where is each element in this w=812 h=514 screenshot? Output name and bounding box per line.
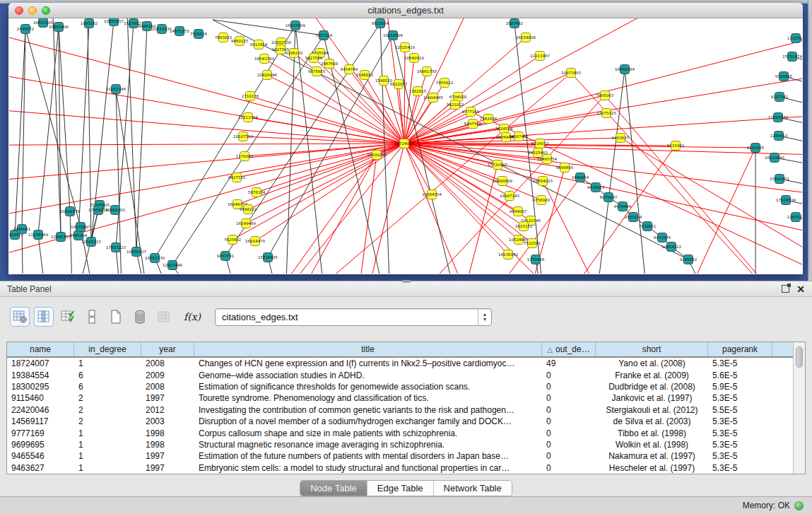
table-cell-year[interactable]: 2008 bbox=[141, 358, 194, 368]
table-row[interactable]: 1938455462009Genome–wide association stu… bbox=[7, 369, 793, 380]
table-cell-title[interactable]: Disruption of a novel member of a sodium… bbox=[194, 416, 542, 426]
table-cell-name[interactable]: 9777169 bbox=[7, 428, 74, 438]
panel-splitter-handle[interactable] bbox=[402, 280, 411, 283]
close-panel-icon[interactable]: ✕ bbox=[796, 284, 805, 294]
network-view-window[interactable]: citations_edges.txt 18724007183002952405… bbox=[8, 3, 803, 274]
network-window-titlebar[interactable]: citations_edges.txt bbox=[8, 3, 803, 18]
table-cell-short[interactable]: Yano et al. (2008) bbox=[596, 358, 708, 368]
row-height-button[interactable] bbox=[82, 307, 102, 327]
table-cell-short[interactable]: Jankovic et al. (1997) bbox=[596, 393, 708, 403]
table-row[interactable]: 1872400712008Changes of HCN gene express… bbox=[7, 358, 793, 369]
table-cell-title[interactable]: Tourette syndrome. Phenomenology and cla… bbox=[194, 393, 542, 403]
delete-column-button[interactable] bbox=[130, 307, 150, 327]
table-cell-short[interactable]: Stergiakouli et al. (2012) bbox=[596, 405, 708, 415]
function-builder-button[interactable]: f(x) bbox=[184, 311, 201, 322]
table-cell-in_degree[interactable]: 1 bbox=[74, 451, 141, 461]
table-cell-short[interactable]: Dudbridge et al. (2008) bbox=[596, 382, 708, 392]
table-cell-name[interactable]: 9115460 bbox=[7, 393, 74, 403]
table-cell-short[interactable]: Franke et al. (2009) bbox=[596, 370, 708, 380]
table-cell-title[interactable]: Embryonic stem cells: a model to study s… bbox=[194, 463, 542, 473]
table-cell-title[interactable]: Structural magnetic resonance image aver… bbox=[194, 440, 542, 450]
table-cell-pagerank[interactable]: 5.9E-5 bbox=[708, 382, 772, 392]
table-cell-title[interactable]: Estimation of the future numbers of pati… bbox=[194, 451, 542, 461]
table-cell-in_degree[interactable]: 6 bbox=[74, 370, 141, 380]
table-cell-year[interactable]: 1998 bbox=[141, 428, 194, 438]
table-cell-in_degree[interactable]: 6 bbox=[74, 382, 141, 392]
table-row[interactable]: 969969511998Structural magnetic resonanc… bbox=[7, 439, 793, 450]
table-cell-pagerank[interactable]: 5.3E-5 bbox=[708, 358, 772, 368]
table-row[interactable]: 1456911722003Disruption of a novel membe… bbox=[7, 416, 793, 427]
table-cell-year[interactable]: 2012 bbox=[141, 405, 194, 415]
table-cell-title[interactable]: Investigating the contribution of common… bbox=[194, 405, 542, 415]
table-cell-out_de[interactable]: 0 bbox=[542, 440, 596, 450]
table-cell-out_de[interactable]: 0 bbox=[542, 382, 596, 392]
table-cell-in_degree[interactable]: 1 bbox=[74, 428, 141, 438]
column-header-title[interactable]: title bbox=[194, 342, 542, 356]
network-canvas[interactable]: 1872400718300295240557220653105206914061… bbox=[9, 18, 802, 274]
table-cell-in_degree[interactable]: 2 bbox=[74, 416, 141, 426]
column-browse-button[interactable] bbox=[34, 307, 54, 327]
table-cell-short[interactable]: Hescheler et al. (1997) bbox=[596, 463, 708, 473]
table-cell-name[interactable]: 22420046 bbox=[7, 405, 74, 415]
column-header-pagerank[interactable]: pagerank bbox=[708, 342, 772, 356]
table-cell-pagerank[interactable]: 5.6E-5 bbox=[708, 370, 772, 380]
table-row[interactable]: 946362711997Embryonic stem cells: a mode… bbox=[7, 462, 793, 474]
column-header-short[interactable]: short bbox=[596, 342, 708, 356]
table-cell-year[interactable]: 1998 bbox=[141, 440, 194, 450]
table-row[interactable]: 911546021997Tourette syndrome. Phenomeno… bbox=[7, 392, 793, 404]
select-rows-button[interactable] bbox=[58, 307, 78, 327]
tab-network-table[interactable]: Network Table bbox=[434, 481, 512, 496]
table-cell-name[interactable]: 9465546 bbox=[7, 451, 74, 461]
table-cell-short[interactable]: Nakamura et al. (1997) bbox=[596, 451, 708, 461]
table-cell-in_degree[interactable]: 1 bbox=[74, 463, 141, 473]
table-settings-button[interactable] bbox=[10, 307, 30, 327]
table-cell-out_de[interactable]: 0 bbox=[542, 405, 596, 415]
table-cell-name[interactable]: 18300295 bbox=[7, 382, 74, 392]
table-cell-short[interactable]: de Silva et al. (2003) bbox=[596, 416, 708, 426]
tab-node-table[interactable]: Node Table bbox=[300, 481, 367, 496]
new-column-button[interactable] bbox=[106, 307, 126, 327]
table-cell-in_degree[interactable]: 2 bbox=[74, 393, 141, 403]
tab-edge-table[interactable]: Edge Table bbox=[367, 481, 434, 496]
column-header-year[interactable]: year bbox=[141, 342, 194, 356]
table-cell-pagerank[interactable]: 5.5E-5 bbox=[708, 405, 772, 415]
table-cell-pagerank[interactable]: 5.3E-5 bbox=[708, 440, 772, 450]
table-cell-in_degree[interactable]: 1 bbox=[74, 358, 141, 368]
table-cell-year[interactable]: 1997 bbox=[141, 393, 194, 403]
table-cell-pagerank[interactable]: 5.3E-5 bbox=[708, 463, 772, 473]
table-cell-title[interactable]: Corpus callosum shape and size in male p… bbox=[194, 428, 542, 438]
table-cell-pagerank[interactable]: 5.3E-5 bbox=[708, 428, 772, 438]
table-cell-name[interactable]: 9463627 bbox=[7, 463, 74, 473]
table-cell-title[interactable]: Changes of HCN gene expression and I(f) … bbox=[194, 358, 542, 368]
table-cell-title[interactable]: Estimation of significance thresholds fo… bbox=[194, 382, 542, 392]
table-cell-pagerank[interactable]: 5.3E-5 bbox=[708, 451, 772, 461]
table-cell-year[interactable]: 1997 bbox=[141, 463, 194, 473]
table-cell-in_degree[interactable]: 1 bbox=[74, 440, 141, 450]
table-vertical-scrollbar[interactable] bbox=[793, 342, 805, 474]
select-stepper-icon[interactable]: ▲ ▼ bbox=[478, 309, 491, 325]
table-row[interactable]: 977716911998Corpus callosum shape and si… bbox=[7, 427, 793, 438]
table-cell-year[interactable]: 1997 bbox=[141, 451, 194, 461]
table-cell-name[interactable]: 19384554 bbox=[7, 370, 74, 380]
table-cell-out_de[interactable]: 0 bbox=[542, 416, 596, 426]
table-cell-pagerank[interactable]: 5.3E-5 bbox=[708, 393, 772, 403]
table-cell-name[interactable]: 18724007 bbox=[7, 358, 74, 368]
table-cell-short[interactable]: Tibbo et al. (1998) bbox=[596, 428, 708, 438]
table-cell-short[interactable]: Wolkin et al. (1998) bbox=[596, 440, 708, 450]
float-panel-icon[interactable] bbox=[782, 285, 789, 293]
column-header-out_de[interactable]: △out_de… bbox=[542, 342, 596, 356]
table-row[interactable]: 1830029562008Estimation of significance … bbox=[7, 381, 793, 392]
scrollbar-thumb[interactable] bbox=[796, 346, 803, 368]
table-cell-name[interactable]: 14569117 bbox=[7, 416, 74, 426]
table-cell-year[interactable]: 2008 bbox=[141, 382, 194, 392]
table-cell-out_de[interactable]: 0 bbox=[542, 463, 596, 473]
table-cell-year[interactable]: 2009 bbox=[141, 370, 194, 380]
table-row[interactable]: 2242004622012Investigating the contribut… bbox=[7, 404, 793, 416]
table-cell-out_de[interactable]: 0 bbox=[542, 370, 596, 380]
table-cell-out_de[interactable]: 0 bbox=[542, 393, 596, 403]
table-cell-out_de[interactable]: 0 bbox=[542, 428, 596, 438]
table-row[interactable]: 946554611997Estimation of the future num… bbox=[7, 450, 793, 462]
table-cell-title[interactable]: Genome–wide association studies in ADHD. bbox=[194, 370, 542, 380]
table-cell-name[interactable]: 9699695 bbox=[7, 440, 74, 450]
table-cell-out_de[interactable]: 49 bbox=[542, 358, 596, 368]
